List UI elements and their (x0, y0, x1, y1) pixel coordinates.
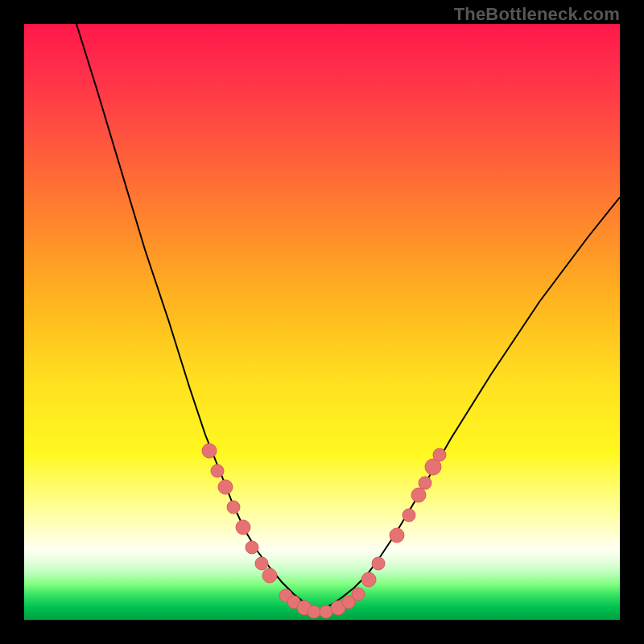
right-curve (318, 197, 620, 612)
data-marker (419, 477, 431, 489)
data-marker (262, 568, 277, 583)
plot-area (24, 24, 620, 620)
data-marker (255, 557, 268, 570)
data-marker (246, 541, 258, 554)
watermark-text: TheBottleneck.com (454, 4, 620, 25)
data-marker (218, 480, 233, 494)
data-marker (411, 488, 426, 502)
data-marker (433, 448, 446, 461)
data-marker (227, 501, 240, 514)
left-curve (76, 24, 318, 612)
data-marker (402, 509, 415, 522)
curve-layer (24, 24, 620, 620)
data-marker (390, 528, 404, 543)
data-marker (352, 588, 365, 601)
data-marker (211, 464, 224, 477)
chart-frame: TheBottleneck.com (0, 0, 644, 644)
data-marker (202, 444, 217, 458)
marker-group (202, 444, 446, 618)
data-marker (372, 557, 385, 570)
data-marker (236, 520, 250, 535)
data-marker (308, 605, 320, 618)
data-marker (361, 572, 376, 587)
